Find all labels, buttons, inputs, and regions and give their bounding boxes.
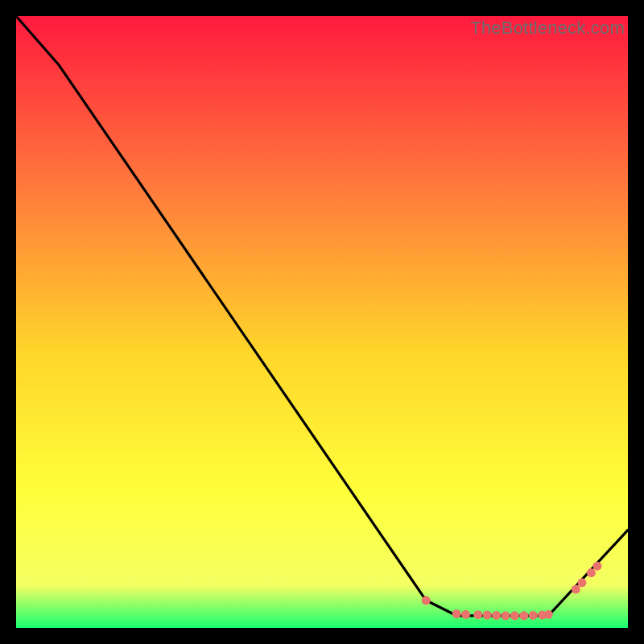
data-dot <box>519 611 528 620</box>
data-dot <box>492 611 501 620</box>
data-dot <box>572 585 580 594</box>
data-dot <box>578 578 587 587</box>
data-dot <box>422 596 431 605</box>
data-dot <box>544 610 553 619</box>
data-dot <box>502 611 510 620</box>
watermark-text: TheBottleneck.com <box>470 18 625 39</box>
data-dot <box>452 609 461 618</box>
data-dot <box>461 610 470 619</box>
data-dot <box>510 611 519 620</box>
chart-plot <box>16 16 628 628</box>
data-dot <box>529 611 538 620</box>
data-dot <box>593 562 602 571</box>
data-dot <box>587 568 596 577</box>
data-dot <box>473 610 482 619</box>
chart-frame: TheBottleneck.com <box>16 16 628 628</box>
curve-line <box>16 16 628 616</box>
data-dot <box>483 611 492 620</box>
